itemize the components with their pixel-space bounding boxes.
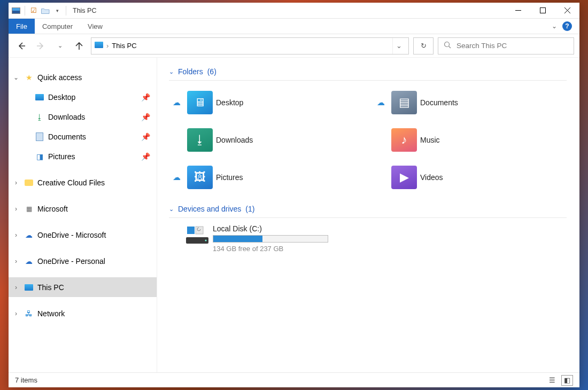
qat-customize-icon[interactable]: ▾: [53, 7, 61, 14]
title-bar: ☑ ▾ This PC: [9, 3, 579, 19]
pin-icon[interactable]: 📌: [141, 132, 150, 141]
network-icon: 🖧: [24, 308, 34, 319]
folder-tile-pictures[interactable]: ☁ 🖼 Pictures: [169, 162, 362, 193]
properties-qat-icon[interactable]: ☑: [29, 7, 38, 14]
close-button[interactable]: [555, 3, 579, 19]
new-folder-qat-icon[interactable]: [41, 7, 50, 14]
svg-point-3: [205, 240, 207, 241]
breadcrumb-this-pc[interactable]: This PC: [112, 42, 136, 50]
cloud-icon: ☁: [24, 230, 34, 240]
folder-tile-desktop[interactable]: ☁ 🖥 Desktop: [169, 87, 362, 118]
tab-file[interactable]: File: [9, 19, 35, 34]
search-input[interactable]: [457, 42, 568, 50]
help-icon[interactable]: ?: [562, 21, 572, 31]
chevron-right-icon[interactable]: ›: [9, 179, 24, 186]
status-bar: 7 items ☰ ◧: [9, 372, 579, 387]
ribbon-collapse-icon[interactable]: ⌄: [552, 22, 557, 30]
folder-tile-videos[interactable]: ▶ Videos: [373, 162, 567, 193]
tab-computer[interactable]: Computer: [35, 19, 80, 34]
drive-tile-c[interactable]: Local Disk (C:) 134 GB free of 237 GB: [169, 221, 567, 253]
sidebar-item-network[interactable]: › 🖧 Network: [9, 303, 157, 323]
window-title: This PC: [73, 7, 96, 14]
refresh-button[interactable]: ↻: [413, 37, 434, 54]
microsoft-icon: ▦: [24, 204, 34, 214]
sidebar-item-creative-cloud[interactable]: › Creative Cloud Files: [9, 173, 157, 192]
address-history-dropdown[interactable]: ⌄: [392, 38, 405, 54]
group-devices-header[interactable]: ⌄ Devices and drives (1): [169, 202, 567, 218]
sidebar-item-label: Documents: [48, 132, 86, 141]
sidebar-quick-access[interactable]: ⌄ ★ Quick access: [9, 67, 157, 87]
sidebar-item-onedrive-personal[interactable]: › ☁ OneDrive - Personal: [9, 251, 157, 271]
tile-label: Desktop: [216, 98, 243, 107]
pc-icon: [95, 42, 103, 50]
chevron-right-icon[interactable]: ›: [9, 205, 24, 213]
svg-rect-5: [196, 227, 203, 234]
folder-tile-music[interactable]: ♪ Music: [373, 124, 567, 155]
group-count: (1): [245, 205, 254, 213]
sidebar-item-microsoft[interactable]: › ▦ Microsoft: [9, 199, 157, 219]
desktop-icon: [34, 92, 45, 103]
svg-rect-4: [187, 227, 195, 234]
search-icon: [444, 41, 451, 50]
tile-label: Videos: [420, 173, 443, 182]
sidebar-item-label: Quick access: [37, 73, 82, 82]
tile-label: Music: [420, 136, 440, 144]
sidebar-item-label: This PC: [37, 283, 64, 292]
svg-point-1: [445, 42, 450, 47]
folder-tile-downloads[interactable]: ⭳ Downloads: [169, 124, 362, 155]
breadcrumb-separator-icon: ›: [106, 42, 109, 50]
explorer-window: ☑ ▾ This PC File Computer View ⌄ ? ⌄ › T: [9, 3, 579, 387]
chevron-down-icon[interactable]: ⌄: [9, 74, 24, 81]
search-box[interactable]: [438, 37, 574, 54]
drive-name: Local Disk (C:): [213, 224, 328, 233]
back-button[interactable]: [14, 38, 29, 53]
minimize-button[interactable]: [506, 3, 530, 19]
group-folders-header[interactable]: ⌄ Folders (6): [169, 65, 567, 81]
sidebar-item-label: Microsoft: [37, 205, 68, 213]
sidebar-item-desktop[interactable]: Desktop 📌: [9, 87, 157, 107]
sidebar-item-label: Creative Cloud Files: [37, 178, 105, 187]
details-view-button[interactable]: ☰: [546, 375, 558, 386]
forward-button[interactable]: [33, 38, 48, 53]
star-icon: ★: [24, 72, 34, 83]
ribbon-tabs: File Computer View ⌄ ?: [9, 19, 579, 34]
desktop-folder-icon: 🖥: [187, 91, 213, 114]
sidebar-item-downloads[interactable]: ⭳ Downloads 📌: [9, 107, 157, 127]
maximize-button[interactable]: [530, 3, 555, 19]
group-count: (6): [207, 67, 216, 76]
address-bar[interactable]: › This PC ⌄: [91, 37, 409, 54]
sidebar-item-this-pc[interactable]: › This PC: [9, 277, 157, 297]
sidebar-item-onedrive-microsoft[interactable]: › ☁ OneDrive - Microsoft: [9, 225, 157, 245]
chevron-right-icon[interactable]: ›: [9, 310, 24, 317]
sidebar-item-documents[interactable]: Documents 📌: [9, 127, 157, 146]
music-folder-icon: ♪: [391, 128, 417, 152]
chevron-right-icon[interactable]: ›: [9, 258, 24, 265]
drive-capacity-bar: [213, 235, 328, 243]
recent-locations-button[interactable]: ⌄: [52, 38, 67, 53]
app-icon: [12, 7, 20, 14]
pin-icon[interactable]: 📌: [141, 113, 150, 121]
chevron-down-icon: ⌄: [169, 206, 174, 213]
folder-tile-documents[interactable]: ☁ ▤ Documents: [373, 87, 567, 118]
videos-folder-icon: ▶: [391, 166, 417, 189]
cloud-icon: ☁: [24, 256, 34, 267]
drive-icon: [184, 224, 211, 246]
navigation-pane: ⌄ ★ Quick access Desktop 📌 ⭳ Downloads 📌…: [9, 58, 157, 372]
cloud-overlay-icon: ☁: [173, 173, 181, 182]
picture-icon: ◨: [34, 151, 45, 162]
sidebar-item-label: OneDrive - Microsoft: [37, 231, 106, 239]
chevron-right-icon[interactable]: ›: [9, 284, 24, 291]
pin-icon[interactable]: 📌: [141, 93, 150, 102]
cloud-overlay-icon: ☁: [173, 98, 181, 107]
up-button[interactable]: [72, 38, 87, 53]
nav-bar: ⌄ › This PC ⌄ ↻: [9, 34, 579, 58]
pictures-folder-icon: 🖼: [187, 166, 213, 189]
pin-icon[interactable]: 📌: [141, 152, 150, 161]
sidebar-item-pictures[interactable]: ◨ Pictures 📌: [9, 146, 157, 166]
chevron-right-icon[interactable]: ›: [9, 231, 24, 239]
tab-view[interactable]: View: [80, 19, 110, 34]
chevron-down-icon: ⌄: [169, 68, 174, 75]
svg-rect-0: [540, 8, 545, 13]
document-icon: [34, 131, 45, 142]
tiles-view-button[interactable]: ◧: [561, 375, 573, 386]
